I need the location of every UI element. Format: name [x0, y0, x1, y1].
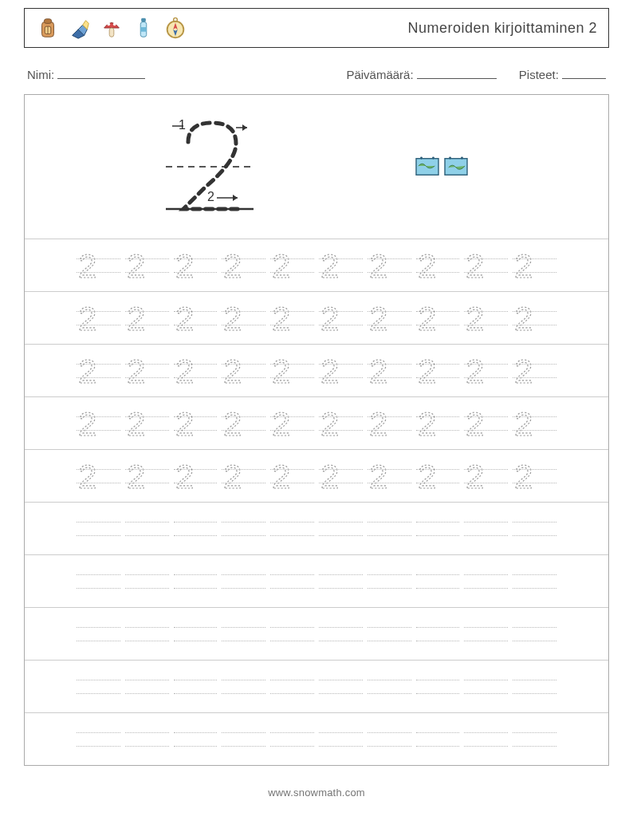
tracing-cell[interactable]: 2	[416, 249, 460, 282]
tracing-cell[interactable]: 2	[222, 354, 265, 388]
tracing-cell[interactable]	[416, 512, 460, 546]
tracing-cell[interactable]: 2	[270, 249, 314, 282]
tracing-cell[interactable]: 2	[270, 302, 314, 335]
tracing-cell[interactable]	[77, 617, 120, 651]
tracing-cell[interactable]: 2	[174, 407, 218, 440]
tracing-cell[interactable]: 2	[270, 407, 314, 440]
tracing-cell[interactable]	[222, 617, 265, 651]
tracing-cell[interactable]: 2	[513, 407, 556, 440]
tracing-cell[interactable]	[368, 723, 411, 756]
tracing-cell[interactable]	[464, 723, 508, 756]
tracing-cell[interactable]: 2	[77, 407, 120, 440]
score-blank[interactable]	[562, 67, 606, 79]
tracing-cell[interactable]	[125, 565, 169, 598]
tracing-cell[interactable]: 2	[125, 249, 169, 282]
tracing-cell[interactable]: 2	[319, 459, 363, 493]
tracing-cell[interactable]	[222, 512, 265, 546]
tracing-cell[interactable]: 2	[270, 354, 314, 388]
tracing-cell[interactable]: 2	[319, 354, 363, 388]
tracing-cell[interactable]: 2	[222, 407, 265, 440]
tracing-cell[interactable]: 2	[125, 354, 169, 388]
tracing-cell[interactable]	[368, 670, 411, 704]
tracing-cell[interactable]	[464, 565, 508, 598]
tracing-cell[interactable]	[513, 512, 556, 546]
tracing-cell[interactable]	[270, 670, 314, 704]
tracing-cell[interactable]	[319, 670, 363, 704]
tracing-cell[interactable]: 2	[368, 302, 411, 335]
tracing-cell[interactable]	[125, 723, 169, 756]
tracing-cell[interactable]: 2	[464, 459, 508, 493]
tracing-cell[interactable]: 2	[513, 354, 556, 388]
tracing-cell[interactable]: 2	[368, 249, 411, 282]
tracing-cell[interactable]: 2	[464, 249, 508, 282]
tracing-cell[interactable]	[174, 670, 218, 704]
tracing-cell[interactable]: 2	[513, 302, 556, 335]
tracing-cell[interactable]	[319, 512, 363, 546]
tracing-cell[interactable]	[416, 565, 460, 598]
tracing-cell[interactable]: 2	[368, 354, 411, 388]
tracing-cell[interactable]: 2	[416, 302, 460, 335]
tracing-cell[interactable]	[222, 565, 265, 598]
tracing-cell[interactable]	[368, 512, 411, 546]
tracing-cell[interactable]	[270, 617, 314, 651]
tracing-cell[interactable]	[319, 723, 363, 756]
tracing-cell[interactable]: 2	[174, 459, 218, 493]
tracing-cell[interactable]: 2	[222, 459, 265, 493]
tracing-cell[interactable]	[125, 670, 169, 704]
tracing-cell[interactable]	[222, 670, 265, 704]
tracing-cell[interactable]	[174, 565, 218, 598]
tracing-cell[interactable]: 2	[174, 249, 218, 282]
tracing-cell[interactable]: 2	[77, 249, 120, 282]
tracing-cell[interactable]	[222, 723, 265, 756]
tracing-cell[interactable]	[174, 617, 218, 651]
tracing-cell[interactable]: 2	[125, 407, 169, 440]
tracing-cell[interactable]: 2	[416, 354, 460, 388]
tracing-cell[interactable]	[77, 670, 120, 704]
tracing-cell[interactable]	[416, 723, 460, 756]
tracing-cell[interactable]	[513, 617, 556, 651]
tracing-cell[interactable]	[270, 512, 314, 546]
tracing-cell[interactable]: 2	[77, 354, 120, 388]
tracing-cell[interactable]	[464, 617, 508, 651]
tracing-cell[interactable]: 2	[125, 302, 169, 335]
tracing-cell[interactable]: 2	[464, 354, 508, 388]
tracing-cell[interactable]: 2	[222, 249, 265, 282]
tracing-cell[interactable]	[319, 617, 363, 651]
tracing-cell[interactable]: 2	[416, 459, 460, 493]
tracing-cell[interactable]	[319, 565, 363, 598]
tracing-cell[interactable]	[464, 670, 508, 704]
tracing-cell[interactable]: 2	[464, 407, 508, 440]
tracing-cell[interactable]	[77, 565, 120, 598]
tracing-cell[interactable]: 2	[319, 302, 363, 335]
date-blank[interactable]	[417, 67, 497, 79]
tracing-cell[interactable]: 2	[77, 459, 120, 493]
tracing-cell[interactable]: 2	[125, 459, 169, 493]
tracing-cell[interactable]	[174, 723, 218, 756]
tracing-cell[interactable]	[368, 617, 411, 651]
tracing-cell[interactable]	[77, 723, 120, 756]
tracing-cell[interactable]	[270, 723, 314, 756]
tracing-cell[interactable]	[513, 670, 556, 704]
tracing-cell[interactable]	[174, 512, 218, 546]
tracing-cell[interactable]	[270, 565, 314, 598]
tracing-cell[interactable]	[416, 670, 460, 704]
tracing-cell[interactable]: 2	[319, 249, 363, 282]
name-blank[interactable]	[57, 67, 145, 79]
tracing-cell[interactable]	[416, 617, 460, 651]
tracing-cell[interactable]: 2	[464, 302, 508, 335]
tracing-cell[interactable]	[125, 512, 169, 546]
tracing-cell[interactable]: 2	[319, 407, 363, 440]
tracing-cell[interactable]: 2	[270, 459, 314, 493]
tracing-cell[interactable]: 2	[513, 249, 556, 282]
tracing-cell[interactable]	[464, 512, 508, 546]
tracing-cell[interactable]	[368, 565, 411, 598]
tracing-cell[interactable]: 2	[513, 459, 556, 493]
tracing-cell[interactable]: 2	[174, 302, 218, 335]
tracing-cell[interactable]	[513, 723, 556, 756]
tracing-cell[interactable]	[513, 565, 556, 598]
tracing-cell[interactable]: 2	[368, 459, 411, 493]
tracing-cell[interactable]: 2	[416, 407, 460, 440]
tracing-cell[interactable]: 2	[222, 302, 265, 335]
tracing-cell[interactable]: 2	[174, 354, 218, 388]
tracing-cell[interactable]	[77, 512, 120, 546]
